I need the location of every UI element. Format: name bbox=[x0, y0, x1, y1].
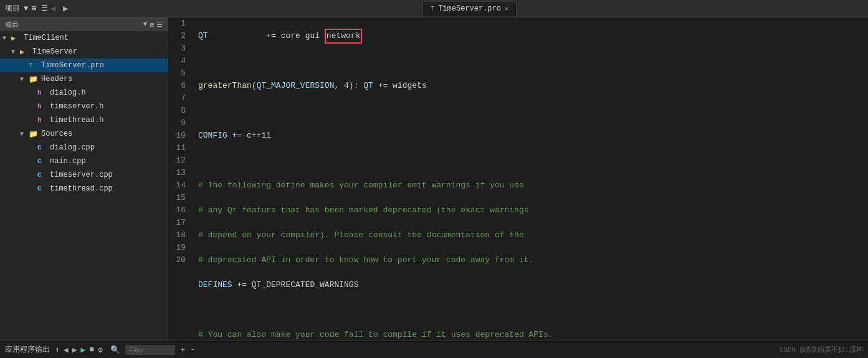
dialog-cpp-label: dialog.cpp bbox=[50, 143, 95, 152]
code-editor[interactable]: 1 2 3 4 5 6 7 8 9 10 11 12 13 14 15 16 1… bbox=[168, 17, 868, 341]
headers-folder-icon: 📁 bbox=[29, 75, 39, 84]
output-label: 应用程序输出 bbox=[5, 344, 50, 355]
code-content: QT += core gui network greaterThan(QT_MA… bbox=[193, 17, 868, 341]
upload-icon[interactable]: ⬆ bbox=[55, 345, 60, 355]
stop-icon[interactable]: ■ bbox=[89, 345, 94, 354]
nav-icons: ⊞ ☰ bbox=[32, 4, 47, 13]
sidebar-item-main-cpp[interactable]: C main.cpp bbox=[0, 154, 168, 168]
sources-arrow: ▼ bbox=[20, 131, 29, 138]
sidebar-item-dialog-h[interactable]: h dialog.h bbox=[0, 86, 168, 100]
sidebar-header-icons: ▼ ⊞ ☰ bbox=[143, 21, 163, 29]
search-icon[interactable]: 🔍 bbox=[110, 345, 120, 355]
plus-button[interactable]: + bbox=[180, 345, 185, 355]
tab-close-button[interactable]: ✕ bbox=[505, 5, 508, 12]
code-line-11: DEFINES += QT_DEPRECATED_WARNINGS bbox=[198, 279, 863, 291]
sidebar-filter-icon[interactable]: ▼ bbox=[143, 21, 148, 29]
code-line-2 bbox=[198, 55, 863, 67]
line-numbers: 1 2 3 4 5 6 7 8 9 10 11 12 13 14 15 16 1… bbox=[168, 17, 193, 341]
nav-prev[interactable]: ◀ bbox=[48, 2, 58, 15]
title-bar-nav: ◀ ▶ bbox=[48, 2, 71, 15]
title-bar-left: 项目 ▼ ⊞ ☰ bbox=[5, 3, 48, 14]
sidebar-header: 项目 ▼ ⊞ ☰ bbox=[0, 17, 168, 31]
filter-icon[interactable]: ▼ bbox=[24, 4, 28, 13]
dialog-cpp-icon: C bbox=[37, 144, 47, 151]
settings-icon[interactable]: ⚙ bbox=[98, 345, 103, 355]
sidebar-item-headers[interactable]: ▼ 📁 Headers bbox=[0, 72, 168, 86]
sidebar-item-timeserver-h[interactable]: h timeserver.h bbox=[0, 100, 168, 113]
sidebar-item-dialog-cpp[interactable]: C dialog.cpp bbox=[0, 141, 168, 154]
timeserver-arrow: ▼ bbox=[11, 49, 20, 55]
sidebar-grid-icon[interactable]: ⊞ bbox=[150, 21, 154, 29]
timeserver-cpp-icon: C bbox=[37, 171, 47, 179]
pro-file-icon: T bbox=[29, 62, 39, 69]
code-line-9: # depend on your compiler). Please consu… bbox=[198, 229, 863, 242]
sidebar-item-timeserver-cpp[interactable]: C timeserver.cpp bbox=[0, 168, 168, 182]
main-cpp-icon: C bbox=[37, 158, 47, 165]
code-line-6 bbox=[198, 154, 863, 167]
sidebar-item-timeclient[interactable]: ▼ ▶ TimeClient bbox=[0, 31, 168, 45]
timeserver-pro-label: TimeServer.pro bbox=[41, 61, 104, 70]
timethread-h-label: timethread.h bbox=[50, 116, 103, 125]
sidebar-item-timeserver[interactable]: ▼ ▶ TimeServer bbox=[0, 45, 168, 59]
code-line-5: CONFIG += c++11 bbox=[198, 130, 863, 142]
watermark: CSDN @感觉画质不如…原神 bbox=[780, 345, 863, 354]
timeserver-cpp-label: timeserver.cpp bbox=[50, 171, 113, 179]
title-bar: 项目 ▼ ⊞ ☰ ◀ ▶ T TimeServer.pro ✕ bbox=[0, 0, 868, 17]
timethread-h-icon: h bbox=[37, 116, 47, 124]
timeserver-h-icon: h bbox=[37, 103, 47, 110]
minus-button[interactable]: - bbox=[190, 345, 195, 355]
timeclient-arrow: ▼ bbox=[2, 35, 11, 42]
headers-arrow: ▼ bbox=[20, 76, 29, 83]
project-label: 项目 bbox=[5, 3, 20, 14]
code-line-12 bbox=[198, 304, 863, 316]
timeclient-project-icon: ▶ bbox=[11, 34, 21, 43]
nav-left-icon[interactable]: ◀ bbox=[64, 345, 69, 355]
sidebar-item-timethread-h[interactable]: h timethread.h bbox=[0, 113, 168, 127]
sources-label: Sources bbox=[41, 130, 72, 138]
sidebar-menu-icon[interactable]: ☰ bbox=[156, 21, 163, 29]
dialog-h-icon: h bbox=[37, 89, 47, 97]
code-line-7: # The following define makes your compil… bbox=[198, 179, 863, 192]
main-cpp-label: main.cpp bbox=[50, 157, 86, 166]
highlighted-network: network bbox=[325, 29, 363, 44]
tab-label: TimeServer.pro bbox=[438, 4, 501, 13]
timethread-cpp-label: timethread.cpp bbox=[50, 184, 113, 193]
headers-label: Headers bbox=[41, 75, 72, 83]
sources-folder-icon: 📁 bbox=[29, 130, 39, 139]
code-line-13: # You can also make your code fail to co… bbox=[198, 329, 863, 341]
code-line-8: # any Qt feature that has been marked de… bbox=[198, 204, 863, 217]
filter-input[interactable] bbox=[125, 345, 175, 355]
timeclient-label: TimeClient bbox=[24, 34, 69, 42]
tab-timeserver-pro[interactable]: T TimeServer.pro ✕ bbox=[422, 1, 517, 16]
sidebar-item-timethread-cpp[interactable]: C timethread.cpp bbox=[0, 182, 168, 195]
title-bar-center: T TimeServer.pro ✕ bbox=[76, 1, 863, 16]
output-icons: ⬆ ◀ ▶ ▶ ■ ⚙ bbox=[55, 345, 103, 355]
nav-right-icon[interactable]: ▶ bbox=[72, 345, 77, 355]
output-panel: 应用程序输出 ⬆ ◀ ▶ ▶ ■ ⚙ 🔍 + - CSDN @感觉画质不如…原神 bbox=[0, 341, 868, 358]
sidebar-item-sources[interactable]: ▼ 📁 Sources bbox=[0, 127, 168, 141]
timeserver-label: TimeServer bbox=[32, 47, 77, 56]
play-icon[interactable]: ▶ bbox=[80, 345, 85, 355]
code-line-1: QT += core gui network bbox=[198, 30, 863, 42]
code-area: 1 2 3 4 5 6 7 8 9 10 11 12 13 14 15 16 1… bbox=[168, 17, 868, 341]
timeserver-project-icon: ▶ bbox=[20, 47, 30, 57]
timethread-cpp-icon: C bbox=[37, 185, 47, 192]
main-area: 项目 ▼ ⊞ ☰ ▼ ▶ TimeClient ▼ ▶ TimeServer T… bbox=[0, 17, 868, 341]
sidebar-title: 项目 bbox=[5, 20, 19, 29]
dialog-h-label: dialog.h bbox=[50, 88, 86, 97]
sidebar-item-timeserver-pro[interactable]: T TimeServer.pro bbox=[0, 59, 168, 72]
code-line-10: # deprecated API in order to know how to… bbox=[198, 254, 863, 266]
timeserver-h-label: timeserver.h bbox=[50, 102, 103, 111]
tab-file-icon: T bbox=[431, 5, 435, 12]
nav-next[interactable]: ▶ bbox=[60, 2, 70, 15]
code-line-4 bbox=[198, 105, 863, 117]
code-line-3: greaterThan(QT_MAJOR_VERSION, 4): QT += … bbox=[198, 80, 863, 92]
sidebar: 项目 ▼ ⊞ ☰ ▼ ▶ TimeClient ▼ ▶ TimeServer T… bbox=[0, 17, 168, 341]
